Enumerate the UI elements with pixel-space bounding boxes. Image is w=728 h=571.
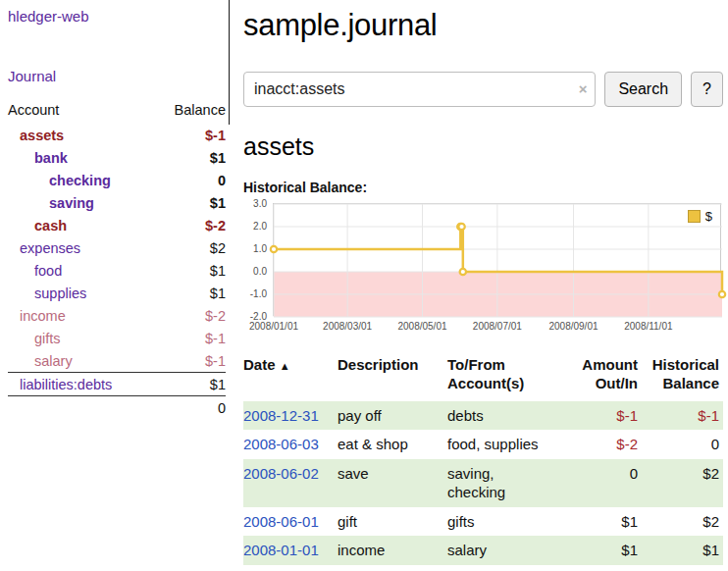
sidebar-divider xyxy=(229,0,230,125)
account-link-bank[interactable]: bank xyxy=(34,150,68,166)
account-link-supplies[interactable]: supplies xyxy=(34,286,86,301)
x-tick-label: 2008/11/01 xyxy=(624,321,672,332)
legend-color-swatch xyxy=(688,210,701,223)
register-header-row: Date ▲ Description To/FromAccount(s) Amo… xyxy=(243,354,723,401)
x-tick-label: 2008/05/01 xyxy=(397,321,446,332)
account-row: assets $-1 xyxy=(8,124,226,146)
transaction-date-link[interactable]: 2008-06-03 xyxy=(243,436,319,452)
x-tick-label: 2008/09/01 xyxy=(548,321,598,332)
register-row: 2008-12-31 pay off debts $-1 $-1 xyxy=(243,401,723,431)
y-tick-label: 0.0 xyxy=(253,266,267,277)
account-balance: $-2 xyxy=(154,214,226,236)
y-tick-label: 1.0 xyxy=(253,243,267,254)
journal-link[interactable]: Journal xyxy=(8,68,226,84)
legend-series-label: $ xyxy=(705,209,712,224)
account-balance: 0 xyxy=(154,169,226,191)
transaction-balance: $2 xyxy=(642,507,723,537)
transaction-accounts: salary xyxy=(447,536,571,565)
account-link-liabilities-debts[interactable]: liabilities:debts xyxy=(20,377,112,392)
account-row: saving $1 xyxy=(8,191,226,214)
x-tick-label: 2008/07/01 xyxy=(473,321,522,332)
account-heading: assets xyxy=(243,132,723,161)
x-tick-label: 2008/01/01 xyxy=(249,321,298,332)
account-row: gifts $-1 xyxy=(8,327,226,349)
account-balance: $-1 xyxy=(154,124,226,146)
accounts-table-header: Account Balance xyxy=(8,100,226,124)
sort-ascending-icon: ▲ xyxy=(280,360,290,372)
account-row: food $1 xyxy=(8,259,226,282)
chart-title: Historical Balance: xyxy=(243,180,723,195)
account-column-header: Account xyxy=(8,100,154,124)
chart-legend: $ xyxy=(685,208,715,225)
transaction-amount: $1 xyxy=(571,536,642,565)
transaction-date-link[interactable]: 2008-06-01 xyxy=(243,513,319,530)
transaction-description: save xyxy=(338,459,447,507)
register-header-date[interactable]: Date ▲ xyxy=(243,354,338,401)
main-content: sample.journal × Search ? assets Histori… xyxy=(243,0,723,565)
account-row: cash $-2 xyxy=(8,214,226,236)
account-link-saving[interactable]: saving xyxy=(49,195,94,211)
accounts-total-row: 0 xyxy=(8,396,226,420)
chart-canvas xyxy=(274,204,722,317)
account-link-checking[interactable]: checking xyxy=(49,173,111,188)
transaction-date-link[interactable]: 2008-01-01 xyxy=(243,542,319,558)
account-row: bank $1 xyxy=(8,146,226,169)
transaction-amount: $-1 xyxy=(571,401,642,431)
account-link-salary[interactable]: salary xyxy=(34,353,73,369)
transaction-date-link[interactable]: 2008-12-31 xyxy=(243,407,319,424)
chart-plot-area: $ xyxy=(273,203,721,316)
transaction-description: income xyxy=(338,536,447,565)
account-balance: $2 xyxy=(154,236,226,259)
app-title-link[interactable]: hledger-web xyxy=(8,8,226,25)
transaction-balance: $-1 xyxy=(642,401,723,431)
transaction-amount: $1 xyxy=(571,507,642,537)
transaction-description: gift xyxy=(338,507,447,537)
account-balance: $1 xyxy=(154,259,226,282)
transaction-accounts: gifts xyxy=(447,507,571,537)
x-tick-label: 2008/03/01 xyxy=(323,321,372,332)
transaction-balance: $2 xyxy=(642,459,723,507)
account-row: supplies $1 xyxy=(8,282,226,304)
account-balance: $-1 xyxy=(154,327,226,349)
search-bar: × Search ? xyxy=(243,72,723,107)
account-balance: $-2 xyxy=(154,304,226,327)
account-row: salary $-1 xyxy=(8,349,226,373)
account-row: checking 0 xyxy=(8,169,226,191)
register-table: Date ▲ Description To/FromAccount(s) Amo… xyxy=(243,354,723,565)
register-row: 2008-06-03 eat & shop food, supplies $-2… xyxy=(243,430,723,459)
transaction-accounts: food, supplies xyxy=(447,430,571,459)
transaction-date-link[interactable]: 2008-06-02 xyxy=(243,465,319,482)
account-link-expenses[interactable]: expenses xyxy=(20,240,80,256)
y-tick-label: -1.0 xyxy=(250,288,267,299)
register-row: 2008-01-01 income salary $1 $1 xyxy=(243,536,723,565)
account-balance: $1 xyxy=(154,282,226,304)
account-link-cash[interactable]: cash xyxy=(34,218,67,234)
transaction-amount: $-2 xyxy=(571,430,642,459)
account-balance: $1 xyxy=(154,191,226,214)
clear-search-icon[interactable]: × xyxy=(579,81,588,96)
transaction-accounts: saving, checking xyxy=(447,459,571,507)
help-button[interactable]: ? xyxy=(691,72,723,107)
search-button[interactable]: Search xyxy=(604,72,682,107)
account-balance: $1 xyxy=(154,373,226,396)
sidebar: hledger-web Journal Account Balance asse… xyxy=(8,8,226,419)
transaction-balance: 0 xyxy=(642,430,723,459)
y-tick-label: 2.0 xyxy=(253,221,267,232)
account-link-assets[interactable]: assets xyxy=(20,128,64,143)
transaction-amount: 0 xyxy=(571,459,642,507)
account-balance: $1 xyxy=(154,146,226,169)
register-header-amount: AmountOut/In xyxy=(571,354,642,401)
register-header-balance: HistoricalBalance xyxy=(642,354,723,401)
account-balance: $-1 xyxy=(154,349,226,373)
account-link-income[interactable]: income xyxy=(20,308,66,324)
accounts-total-balance: 0 xyxy=(154,396,226,420)
register-header-description: Description xyxy=(338,354,447,401)
search-input[interactable] xyxy=(243,72,596,107)
y-tick-label: 3.0 xyxy=(253,198,267,209)
page-title: sample.journal xyxy=(243,8,723,43)
chart-x-axis: 2008/01/012008/03/012008/05/012008/07/01… xyxy=(274,321,722,335)
account-link-gifts[interactable]: gifts xyxy=(34,331,61,346)
account-link-food[interactable]: food xyxy=(34,263,62,279)
balance-chart: 3.02.01.00.0-1.0-2.0 $ 2008/01/012008/03… xyxy=(243,203,723,335)
header-date-label: Date xyxy=(243,356,276,373)
